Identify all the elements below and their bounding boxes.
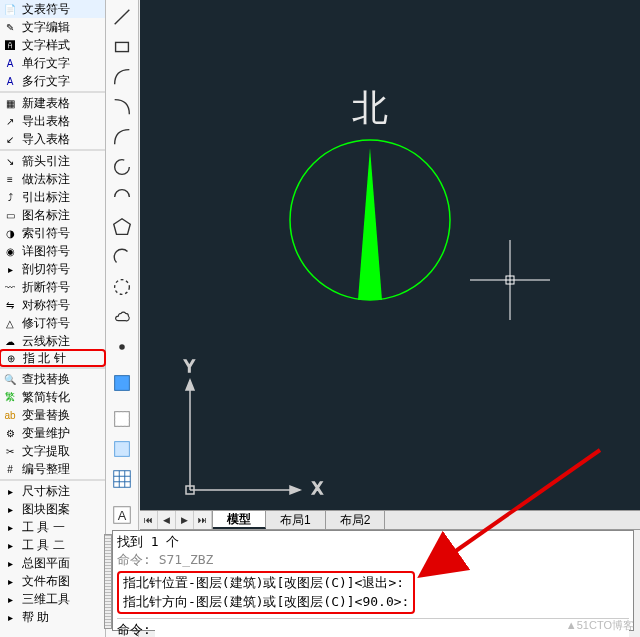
layout-tabbar: ⏮ ◀ ▶ ⏭ 模型 布局1 布局2 (140, 510, 640, 530)
tool-text-symbol[interactable]: 📄文表符号 (0, 0, 105, 18)
tool-tools-2[interactable]: ▸工 具 二 (0, 536, 105, 554)
chevron-right-icon: ▸ (2, 591, 18, 607)
svg-rect-9 (115, 442, 130, 457)
icon-symmetry-symbol: ⇋ (2, 297, 18, 313)
tab-model[interactable]: 模型 (213, 511, 266, 529)
tool-callout-label[interactable]: ⤴引出标注 (0, 188, 105, 206)
tool-single-text[interactable]: A单行文字 (0, 54, 105, 72)
tab-layout2[interactable]: 布局2 (326, 511, 386, 529)
compass-label: 北 (352, 88, 388, 128)
tool-figure-label[interactable]: ▭图名标注 (0, 206, 105, 224)
chevron-right-icon: ▸ (2, 483, 18, 499)
chevron-right-icon: ▸ (2, 501, 18, 517)
tool-method-label[interactable]: ≡做法标注 (0, 170, 105, 188)
drawing-canvas[interactable]: 北 X Y (140, 0, 640, 510)
tool-revision-symbol[interactable]: △修订符号 (0, 314, 105, 332)
draw-revcloud[interactable] (108, 303, 136, 331)
draw-rect[interactable] (108, 33, 136, 61)
tool-import-table[interactable]: ↙导入表格 (0, 130, 105, 148)
command-input[interactable] (155, 621, 629, 637)
draw-arc-5[interactable] (108, 243, 136, 271)
cmd-resize-handle[interactable] (104, 534, 112, 629)
tool-text-extract[interactable]: ✂文字提取 (0, 442, 105, 460)
icon-export-table: ↗ (2, 113, 18, 129)
tool-text-style[interactable]: 🅰文字样式 (0, 36, 105, 54)
cmd-highlight-box: 指北针位置-图层(建筑)或[改图层(C)]<退出>: 指北针方向-图层(建筑)或… (117, 571, 415, 613)
svg-rect-7 (115, 412, 130, 427)
tool-3d-tools[interactable]: ▸三维工具 (0, 590, 105, 608)
icon-arrow-leader: ↘ (2, 153, 18, 169)
tab-last[interactable]: ⏭ (194, 511, 212, 529)
draw-arc-2[interactable] (108, 93, 136, 121)
tool-new-table[interactable]: ▦新建表格 (0, 94, 105, 112)
icon-single-text: A (2, 55, 18, 71)
tab-layout1[interactable]: 布局1 (266, 511, 326, 529)
tool-revcloud-label[interactable]: ☁云线标注 (0, 332, 105, 350)
tool-symmetry-symbol[interactable]: ⇋对称符号 (0, 296, 105, 314)
icon-revision-symbol: △ (2, 315, 18, 331)
draw-arc-1[interactable] (108, 63, 136, 91)
tool-text-a[interactable]: A (108, 501, 136, 529)
draw-arc-4[interactable] (108, 183, 136, 211)
icon-method-label: ≡ (2, 171, 18, 187)
tool-north-arrow[interactable]: ⊕指 北 针 (0, 349, 106, 367)
draw-circle-dash[interactable] (108, 273, 136, 301)
separator (0, 149, 105, 151)
tool-export-table[interactable]: ↗导出表格 (0, 112, 105, 130)
svg-marker-21 (290, 486, 300, 494)
icon-text-symbol: 📄 (2, 1, 18, 17)
draw-point[interactable] (108, 333, 136, 361)
cmd-prompt-label: 命令: (117, 621, 151, 637)
tool-number-sort[interactable]: #编号整理 (0, 460, 105, 478)
tool-help[interactable]: ▸帮 助 (0, 608, 105, 626)
draw-line[interactable] (108, 3, 136, 31)
icon-figure-label: ▭ (2, 207, 18, 223)
icon-text-edit: ✎ (2, 19, 18, 35)
left-toolbar: 📄文表符号 ✎文字编辑 🅰文字样式 A单行文字 A多行文字 ▦新建表格 ↗导出表… (0, 0, 106, 637)
chevron-right-icon: ▸ (2, 609, 18, 625)
tool-section-symbol[interactable]: ▸剖切符号 (0, 260, 105, 278)
tool-file-layout[interactable]: ▸文件布图 (0, 572, 105, 590)
tool-detail-symbol[interactable]: ◉详图符号 (0, 242, 105, 260)
icon-multi-text: A (2, 73, 18, 89)
tab-next[interactable]: ▶ (176, 511, 194, 529)
tab-prev[interactable]: ◀ (158, 511, 176, 529)
tool-swatch1[interactable] (108, 405, 136, 433)
draw-circle-open[interactable] (108, 153, 136, 181)
draw-polygon[interactable] (108, 213, 136, 241)
tool-arrow-leader[interactable]: ↘箭头引注 (0, 152, 105, 170)
tool-break-symbol[interactable]: 〰折断符号 (0, 278, 105, 296)
tool-text-edit[interactable]: ✎文字编辑 (0, 18, 105, 36)
draw-arc-3[interactable] (108, 123, 136, 151)
tool-bluebox[interactable] (108, 369, 136, 397)
icon-break-symbol: 〰 (2, 279, 18, 295)
icon-north-arrow: ⊕ (3, 350, 19, 366)
tool-index-symbol[interactable]: ◑索引符号 (0, 224, 105, 242)
tool-var-replace[interactable]: ab变量替换 (0, 406, 105, 424)
cmd-history-found: 找到 1 个 (117, 533, 629, 551)
svg-rect-1 (116, 42, 129, 51)
ucs-icon: X Y (184, 358, 323, 497)
separator (0, 479, 105, 481)
tool-tools-1[interactable]: ▸工 具 一 (0, 518, 105, 536)
icon-find: 🔍 (2, 371, 18, 387)
tool-siteplan[interactable]: ▸总图平面 (0, 554, 105, 572)
icon-number-sort: # (2, 461, 18, 477)
tool-block-pattern[interactable]: ▸图块图案 (0, 500, 105, 518)
tab-first[interactable]: ⏮ (140, 511, 158, 529)
tool-find-replace[interactable]: 🔍查找替换 (0, 370, 105, 388)
tool-multi-text[interactable]: A多行文字 (0, 72, 105, 90)
icon-text-style: 🅰 (2, 37, 18, 53)
icon-index-symbol: ◑ (2, 225, 18, 241)
separator (0, 91, 105, 93)
tool-dim[interactable]: ▸尺寸标注 (0, 482, 105, 500)
tool-var-maintain[interactable]: ⚙变量维护 (0, 424, 105, 442)
chevron-right-icon: ▸ (2, 573, 18, 589)
svg-point-2 (115, 160, 130, 175)
tool-grid[interactable] (108, 465, 136, 493)
tool-swatch2[interactable] (108, 435, 136, 463)
cmd-line1: 指北针位置-图层(建筑)或[改图层(C)]<退出>: (123, 574, 409, 592)
command-window[interactable]: 找到 1 个 命令: S71_ZBZ 指北针位置-图层(建筑)或[改图层(C)]… (112, 530, 634, 631)
svg-text:Y: Y (184, 358, 195, 375)
tool-trad-simp[interactable]: 繁繁简转化 (0, 388, 105, 406)
